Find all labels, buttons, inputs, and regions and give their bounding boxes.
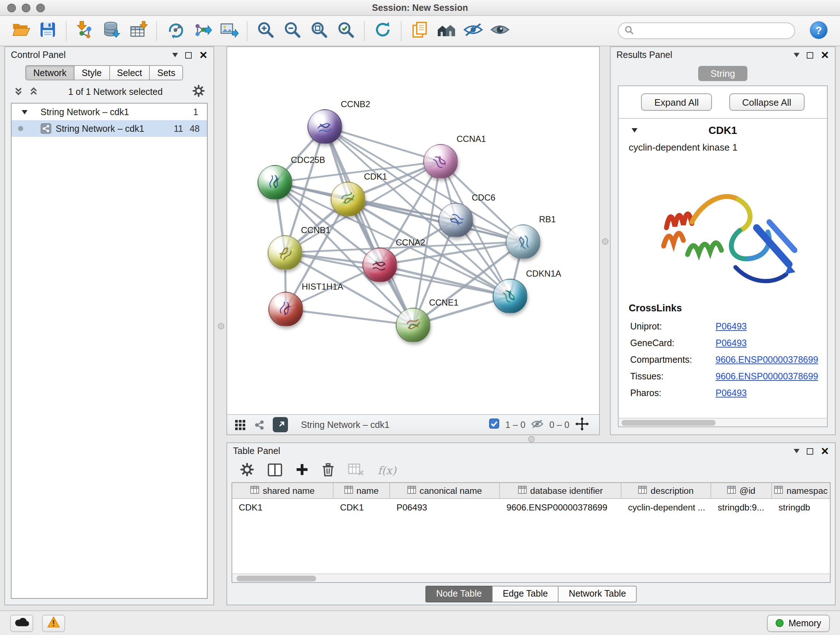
collapse-all-networks-icon[interactable] — [14, 86, 23, 98]
table-horizontal-scrollbar[interactable] — [232, 573, 830, 582]
hide-structure-images-button[interactable] — [461, 19, 485, 43]
crosslink-uniprot-link[interactable]: P06493 — [715, 321, 747, 331]
apply-layout-button[interactable] — [370, 19, 395, 43]
function-builder-button[interactable]: f(x) — [378, 464, 396, 477]
tab-network-table[interactable]: Network Table — [558, 585, 637, 602]
scrollbar-thumb[interactable] — [237, 576, 316, 581]
network-node-CDK1[interactable] — [331, 182, 365, 217]
cell-database-identifier[interactable]: 9606.ENSP00000378699 — [500, 499, 622, 516]
table-row[interactable]: CDK1 CDK1 P06493 9606.ENSP00000378699 cy… — [232, 499, 830, 516]
table-panel-collapse-icon[interactable] — [794, 449, 800, 453]
open-in-new-window-icon[interactable] — [273, 417, 288, 432]
network-node-CDC25B[interactable] — [257, 165, 292, 200]
grid-view-icon[interactable] — [234, 419, 246, 431]
results-panel-float-icon[interactable] — [807, 52, 813, 58]
column-header-canonical-name[interactable]: canonical name — [390, 483, 500, 498]
column-header-name[interactable]: name — [333, 483, 390, 498]
memory-button[interactable]: Memory — [767, 614, 830, 632]
export-image-button[interactable] — [216, 19, 241, 43]
search-input[interactable] — [638, 26, 789, 36]
cell-id[interactable]: stringdb:9... — [711, 499, 772, 516]
control-panel-float-icon[interactable] — [186, 52, 192, 58]
tab-sets[interactable]: Sets — [149, 65, 183, 80]
tab-node-table[interactable]: Node Table — [425, 585, 493, 602]
show-columns-button[interactable] — [268, 463, 282, 478]
section-collapse-icon[interactable] — [632, 128, 638, 133]
table-panel-close-icon[interactable]: ✕ — [821, 446, 829, 456]
results-panel-collapse-icon[interactable] — [794, 53, 800, 57]
network-node-CCNE1[interactable] — [396, 308, 431, 342]
cell-canonical-name[interactable]: P06493 — [390, 499, 500, 516]
network-options-gear-icon[interactable] — [193, 85, 205, 99]
network-node-CCNA2[interactable] — [363, 248, 397, 282]
network-edge-CCNB2-CCNA1[interactable] — [325, 127, 441, 162]
table-panel-float-icon[interactable] — [807, 448, 813, 454]
zoom-fit-button[interactable] — [307, 19, 332, 43]
table-options-button[interactable] — [240, 463, 254, 478]
tab-style[interactable]: Style — [74, 65, 110, 80]
vertical-splitter-right[interactable] — [600, 46, 610, 435]
minimize-window-button[interactable] — [22, 3, 30, 12]
tab-network[interactable]: Network — [25, 65, 74, 80]
scrollbar-thumb[interactable] — [622, 420, 715, 426]
import-table-button[interactable] — [126, 19, 150, 43]
results-panel-close-icon[interactable]: ✕ — [821, 50, 829, 60]
network-node-CCNB2[interactable] — [308, 109, 342, 144]
cell-name[interactable]: CDK1 — [333, 499, 390, 516]
results-horizontal-scrollbar[interactable] — [619, 418, 827, 426]
network-node-CCNB1[interactable] — [268, 235, 302, 270]
crosslink-genecard-link[interactable]: P06493 — [715, 338, 747, 348]
cell-shared-name[interactable]: CDK1 — [232, 499, 333, 516]
close-window-button[interactable] — [7, 3, 16, 12]
control-panel-collapse-icon[interactable] — [172, 53, 178, 57]
expand-all-networks-icon[interactable] — [29, 86, 38, 98]
tab-string[interactable]: String — [698, 66, 747, 81]
help-button[interactable]: ? — [809, 20, 829, 42]
collapse-all-button[interactable]: Collapse All — [729, 93, 805, 111]
selected-nodes-checkbox-icon[interactable] — [489, 418, 500, 431]
network-canvas[interactable]: CCNB2CCNA1CDC25BCDK1CDC6RB1CCNB1CCNA2CDK… — [227, 47, 599, 414]
zoom-selected-button[interactable] — [333, 19, 358, 43]
network-node-HIST1H1A[interactable] — [268, 292, 303, 326]
add-column-button[interactable] — [296, 463, 308, 478]
crosslink-pharos-link[interactable]: P06493 — [715, 388, 747, 398]
delete-column-button[interactable] — [322, 463, 334, 478]
import-network-database-button[interactable] — [99, 19, 124, 43]
zoom-in-button[interactable] — [253, 19, 278, 43]
hidden-eye-slash-icon[interactable] — [531, 419, 543, 431]
cell-description[interactable]: cyclin-dependent ... — [622, 499, 711, 516]
open-session-button[interactable] — [9, 19, 33, 43]
network-node-CDKN1A[interactable] — [493, 279, 527, 314]
crosslink-tissues-link[interactable]: 9606.ENSP00000378699 — [715, 371, 818, 381]
network-node-CDC6[interactable] — [439, 203, 473, 238]
network-edge-CCNB2-CCNE1[interactable] — [325, 127, 413, 325]
show-structure-images-button[interactable] — [488, 19, 512, 43]
tab-edge-table[interactable]: Edge Table — [492, 585, 559, 602]
network-node-RB1[interactable] — [506, 225, 540, 259]
vertical-splitter-left[interactable] — [214, 46, 226, 605]
crosslink-compartments-link[interactable]: 9606.ENSP00000378699 — [715, 355, 818, 364]
tree-expand-icon[interactable] — [22, 110, 27, 114]
horizontal-splitter[interactable] — [226, 435, 836, 442]
save-session-button[interactable] — [35, 19, 60, 43]
column-header-id[interactable]: @id — [711, 483, 772, 498]
cloud-status-button[interactable] — [10, 614, 33, 632]
network-edge-HIST1H1A-CCNE1[interactable] — [286, 309, 413, 325]
zoom-window-button[interactable] — [36, 3, 45, 12]
duplicate-document-button[interactable] — [407, 19, 432, 43]
tab-select[interactable]: Select — [109, 65, 150, 80]
column-header-database-identifier[interactable]: database identifier — [500, 483, 622, 498]
zoom-out-button[interactable] — [280, 19, 305, 43]
home-button[interactable] — [434, 19, 459, 43]
new-network-from-selection-button[interactable] — [163, 19, 187, 43]
pan-crosshair-icon[interactable] — [575, 417, 589, 432]
cell-namespace[interactable]: stringdb — [772, 499, 830, 516]
export-network-button[interactable] — [189, 19, 214, 43]
delete-table-button[interactable] — [348, 463, 364, 478]
column-header-description[interactable]: description — [622, 483, 711, 498]
import-network-file-button[interactable] — [73, 19, 97, 43]
column-header-shared-name[interactable]: shared name — [232, 483, 333, 498]
column-header-namespace[interactable]: namespac — [772, 483, 830, 498]
network-node-CCNA1[interactable] — [423, 144, 458, 179]
warnings-button[interactable] — [42, 614, 65, 632]
